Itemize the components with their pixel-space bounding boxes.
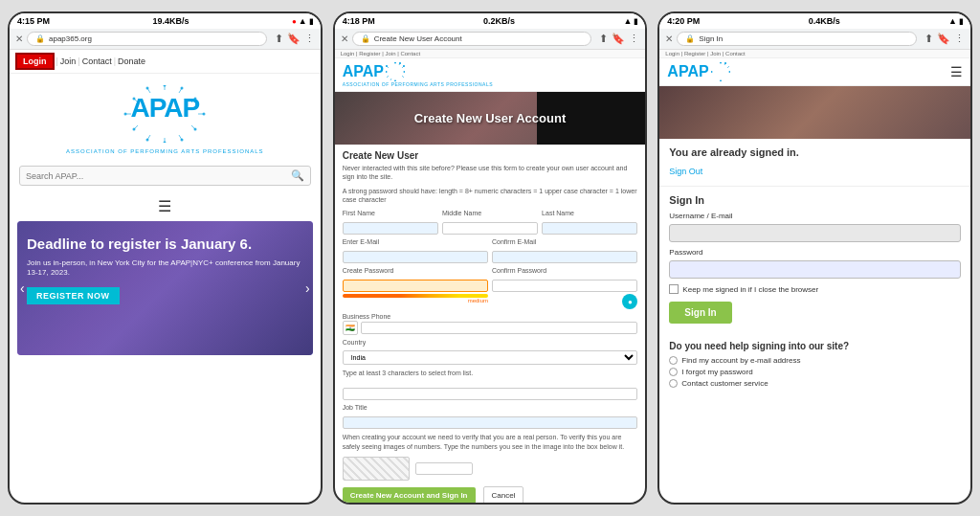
app-container: 4:15 PM 19.4KB/s ● ▲ ▮ ✕ 🔒 apap365.org ⬆… bbox=[0, 0, 980, 516]
network-speed-3: 0.4KB/s bbox=[809, 16, 840, 26]
logo-wrap-2: APAP bbox=[343, 62, 638, 81]
middle-name-label: Middle Name bbox=[442, 210, 538, 216]
keep-signed-container: Keep me signed in if I close the browser bbox=[669, 284, 961, 294]
help-label-3: Contact customer service bbox=[681, 379, 768, 388]
email-label: Enter E-Mail bbox=[343, 238, 488, 245]
nav-separator-3: | bbox=[114, 56, 116, 66]
hamburger-icon-3[interactable]: ☰ bbox=[950, 64, 963, 79]
signin-button[interactable]: Sign In bbox=[669, 302, 731, 324]
help-label-1: Find my account by e-mail address bbox=[681, 356, 800, 365]
browser-url-row-1: ✕ 🔒 apap365.org ⬆ 🔖 ⋮ bbox=[15, 32, 315, 46]
bookmark-icon-3[interactable]: 🔖 bbox=[937, 33, 950, 45]
svg-point-47 bbox=[720, 62, 722, 63]
form-buttons: Create New Account and Sign In Cancel bbox=[343, 486, 638, 503]
cancel-button[interactable]: Cancel bbox=[483, 486, 524, 503]
svg-point-12 bbox=[164, 85, 167, 87]
nav-hint-3: Login | Register | Join | Contact bbox=[659, 50, 970, 58]
url-bar-2[interactable]: 🔒 Create New User Account bbox=[352, 32, 592, 46]
header-logo-2: APAP bbox=[335, 58, 646, 92]
browser-chrome-3: ✕ 🔒 Sign In ⬆ 🔖 ⋮ bbox=[659, 29, 970, 50]
bookmark-icon[interactable]: 🔖 bbox=[287, 33, 301, 45]
wifi-icon-2: ▲ bbox=[623, 16, 632, 26]
carousel-prev-icon[interactable]: ‹ bbox=[20, 280, 25, 296]
radio-forgot-password[interactable] bbox=[669, 368, 678, 376]
more-icon-2[interactable]: ⋮ bbox=[629, 33, 639, 45]
confirm-password-label: Confirm Password bbox=[492, 267, 637, 274]
phone-input[interactable] bbox=[361, 322, 638, 334]
create-account-button[interactable]: Create New Account and Sign In bbox=[343, 487, 476, 503]
svg-point-34 bbox=[394, 62, 396, 63]
email-input[interactable] bbox=[343, 251, 488, 263]
job-title-label: Job Title bbox=[343, 404, 638, 411]
password-row: Create Password medium Confirm Password … bbox=[343, 267, 638, 309]
svg-line-28 bbox=[402, 76, 404, 78]
nav-join[interactable]: Join bbox=[60, 56, 77, 66]
share-icon-2[interactable]: ⬆ bbox=[599, 33, 608, 45]
company-input[interactable] bbox=[343, 388, 638, 400]
carousel-next-icon[interactable]: › bbox=[305, 280, 310, 296]
country-select[interactable]: India bbox=[343, 350, 638, 365]
login-button[interactable]: Login bbox=[15, 53, 55, 70]
nav-hint-2: Login | Register | Join | Contact bbox=[335, 50, 646, 58]
svg-point-23 bbox=[146, 87, 149, 90]
search-icon[interactable]: 🔍 bbox=[291, 169, 304, 182]
share-icon-3[interactable]: ⬆ bbox=[924, 33, 933, 45]
radio-contact-service[interactable] bbox=[669, 379, 678, 388]
status-bar-3: 4:20 PM 0.4KB/s ▲ ▮ bbox=[659, 13, 970, 29]
last-name-label: Last Name bbox=[542, 210, 637, 216]
keep-signed-checkbox[interactable] bbox=[669, 284, 679, 294]
more-icon-3[interactable]: ⋮ bbox=[954, 33, 965, 45]
svg-line-30 bbox=[390, 79, 391, 80]
search-input-1[interactable] bbox=[26, 171, 291, 181]
nav-donate[interactable]: Donate bbox=[118, 56, 145, 66]
phone-screen-3: 4:20 PM 0.4KB/s ▲ ▮ ✕ 🔒 Sign In ⬆ 🔖 ⋮ Lo… bbox=[657, 11, 972, 505]
logo-text-overlay: APAP bbox=[117, 95, 212, 122]
close-tab-icon-2[interactable]: ✕ bbox=[341, 34, 348, 44]
signin-password-input[interactable] bbox=[669, 260, 961, 279]
page-content-3: APAP bbox=[659, 58, 970, 503]
flag-select[interactable]: 🇮🇳 bbox=[343, 321, 358, 335]
eye-icon[interactable]: ● bbox=[622, 294, 637, 309]
radio-find-account[interactable] bbox=[669, 356, 678, 365]
svg-line-43 bbox=[727, 66, 729, 68]
close-tab-icon[interactable]: ✕ bbox=[15, 34, 23, 44]
browser-chrome-1: ✕ 🔒 apap365.org ⬆ 🔖 ⋮ bbox=[10, 29, 321, 50]
password-input[interactable] bbox=[343, 280, 488, 292]
nav-contact[interactable]: Contact bbox=[82, 56, 112, 66]
svg-point-50 bbox=[720, 80, 722, 81]
hamburger-icon: ☰ bbox=[158, 198, 171, 214]
promo-banner: ‹ › Deadline to register is January 6. J… bbox=[17, 221, 313, 355]
time-1: 4:15 PM bbox=[17, 16, 50, 26]
form-password-note: A strong password should have: length = … bbox=[343, 187, 638, 204]
sign-out-link[interactable]: Sign Out bbox=[669, 167, 702, 176]
bookmark-icon-2[interactable]: 🔖 bbox=[612, 33, 625, 45]
last-name-input[interactable] bbox=[542, 222, 637, 235]
confirm-password-input[interactable] bbox=[492, 280, 637, 292]
network-speed-1: 19.4KB/s bbox=[152, 16, 189, 26]
url-bar-3[interactable]: 🔒 Sign In bbox=[677, 32, 917, 46]
small-sunburst-2 bbox=[386, 62, 405, 81]
captcha-input[interactable] bbox=[415, 462, 473, 475]
strength-label: medium bbox=[343, 298, 488, 303]
more-icon[interactable]: ⋮ bbox=[304, 33, 315, 45]
search-bar-1[interactable]: 🔍 bbox=[19, 166, 311, 186]
battery-icon-3: ▮ bbox=[959, 17, 963, 26]
username-label: Username / E-mail bbox=[669, 212, 961, 220]
confirm-email-input[interactable] bbox=[492, 251, 637, 263]
register-now-button[interactable]: REGISTER NOW bbox=[27, 287, 120, 304]
svg-point-17 bbox=[181, 139, 184, 142]
url-bar-1[interactable]: 🔒 apap365.org bbox=[27, 32, 267, 46]
username-input[interactable] bbox=[669, 224, 961, 242]
lock-icon: 🔒 bbox=[35, 34, 45, 43]
nav-separator-1: | bbox=[56, 56, 58, 66]
header-logo-3: APAP bbox=[659, 58, 970, 86]
job-title-input[interactable] bbox=[343, 416, 638, 429]
time-2: 4:18 PM bbox=[343, 16, 375, 26]
hamburger-menu[interactable]: ☰ bbox=[10, 191, 321, 221]
close-tab-icon-3[interactable]: ✕ bbox=[665, 34, 673, 44]
middle-name-input[interactable] bbox=[442, 222, 538, 235]
signin-form-title: Sign In bbox=[669, 194, 961, 206]
share-icon[interactable]: ⬆ bbox=[275, 33, 283, 45]
first-name-input[interactable] bbox=[343, 222, 438, 235]
status-bar-2: 4:18 PM 0.2KB/s ▲ ▮ bbox=[335, 13, 646, 29]
